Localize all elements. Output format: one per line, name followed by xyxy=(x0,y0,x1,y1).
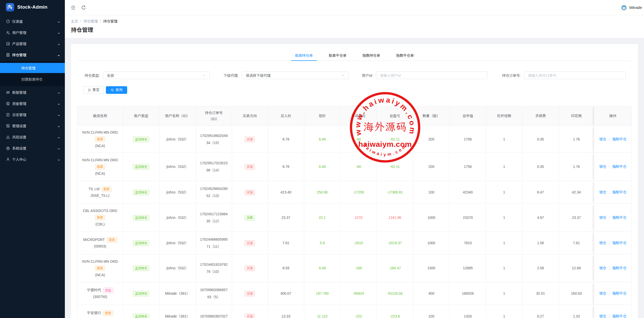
tab-指数平仓单[interactable]: 指数平仓单 xyxy=(392,51,418,61)
force-close-link[interactable]: 强制平仓 xyxy=(612,314,627,318)
cell-direction: 买跌 xyxy=(232,204,268,232)
cell-float-pl: -60 xyxy=(340,153,377,181)
cell-actions: 锁仓|强制平仓 xyxy=(594,153,632,181)
cell-name: TIL Ltd股票(NSE_TILL) xyxy=(77,181,123,204)
cell-float-pl: -80924 xyxy=(340,282,377,305)
lock-position-link[interactable]: 锁仓 xyxy=(599,241,606,245)
sidebar-item-products[interactable]: 产品管理 xyxy=(0,39,65,49)
cell-qty: 100 xyxy=(413,305,450,318)
agent-select[interactable]: 请选择下级代理 xyxy=(242,72,349,79)
cell-qty: 200 xyxy=(413,153,450,181)
order-no-input[interactable]: 请输入持仓订单号 xyxy=(524,72,626,79)
lock-position-link[interactable]: 锁仓 xyxy=(599,190,606,194)
cell-buy-price: 13.33 xyxy=(268,305,304,318)
table-row: 平安银行股票(000001) 正式持仓 Mitrade（391） 1670996… xyxy=(77,305,632,318)
submenu: 持仓管理创建股票持仓 xyxy=(0,61,65,86)
cell-account-type: 正式持仓 xyxy=(123,282,159,305)
cell-total-pl: -2019.37 xyxy=(377,232,413,254)
force-close-link[interactable]: 强制平仓 xyxy=(612,137,627,141)
reset-button[interactable]: 重置 xyxy=(83,86,104,94)
tag-green: 买跌 xyxy=(245,215,255,221)
cell-order-no: 1702951860204934（15） xyxy=(196,126,232,153)
chevron-down-icon xyxy=(58,102,60,105)
breadcrumb-item[interactable]: 主页 xyxy=(71,19,78,24)
cell-current-price: 197.760 xyxy=(304,282,340,305)
action-separator: | xyxy=(609,241,610,245)
lock-position-link[interactable]: 锁仓 xyxy=(599,266,606,270)
cell-qty: 200 xyxy=(413,126,450,153)
action-separator: | xyxy=(609,266,610,270)
force-close-link[interactable]: 强制平仓 xyxy=(612,291,627,295)
sidebar-item-profile[interactable]: 个人中心 xyxy=(0,154,65,164)
user-avatar xyxy=(621,5,627,11)
sidebar-item-system[interactable]: 系统设置 xyxy=(0,143,65,153)
sidebar-subitem-active[interactable]: 持仓管理 xyxy=(0,63,65,73)
sidebar-item-positions[interactable]: 持仓管理 xyxy=(0,50,65,60)
force-close-link[interactable]: 强制平仓 xyxy=(612,216,627,220)
breadcrumb: 主页/持仓管理/持仓管理 xyxy=(71,19,638,24)
lock-position-link[interactable]: 锁仓 xyxy=(599,216,606,220)
cell-user: jishns（532） xyxy=(159,181,196,204)
position-type-select[interactable]: 全部 xyxy=(103,72,210,79)
query-button[interactable]: 查询 xyxy=(106,86,127,94)
position-type-value: 全部 xyxy=(107,73,114,78)
stock-code: (00853) xyxy=(80,243,120,250)
cell-qty: 1000 xyxy=(413,232,450,254)
tag-green: 正式持仓 xyxy=(133,314,149,318)
sidebar-subitem[interactable]: 创建股票持仓 xyxy=(0,74,65,84)
force-close-link[interactable]: 强制平仓 xyxy=(612,241,627,245)
user-id-placeholder: 请输入用户Id xyxy=(380,73,401,78)
cell-actions: 锁仓|强制平仓 xyxy=(594,126,632,153)
tag-green: 正式持仓 xyxy=(133,190,149,195)
stock-name: NVN CLFRN MN ORD xyxy=(80,258,120,265)
refresh-icon[interactable] xyxy=(81,5,86,10)
cell-user: jishns（532） xyxy=(159,126,196,153)
cell-qty: 100 xyxy=(413,181,450,204)
tab-股票持仓单[interactable]: 股票持仓单 xyxy=(291,51,317,61)
sidebar-item-dashboard[interactable]: 仪表盘 xyxy=(0,16,65,26)
tag-warning: 股票 xyxy=(103,310,113,316)
username: Mitrade xyxy=(629,5,642,10)
chevron-down-icon xyxy=(58,91,60,94)
sidebar-item-admin-settings[interactable]: 管理设置 xyxy=(0,121,65,131)
ipo-icon xyxy=(6,91,10,94)
table-row: CBL ASSOCITS ORD股票(CBL) 正式持仓 jishns（532）… xyxy=(77,204,632,232)
sidebar-item-logs[interactable]: 日志管理 xyxy=(0,110,65,120)
user-id-input[interactable]: 请输入用户Id xyxy=(376,72,487,79)
lock-position-link[interactable]: 锁仓 xyxy=(599,314,606,318)
tab-股票平仓单[interactable]: 股票平仓单 xyxy=(325,51,351,61)
force-close-link[interactable]: 强制平仓 xyxy=(612,190,627,194)
sidebar-item-funds[interactable]: 资金管理 xyxy=(0,98,65,109)
force-close-link[interactable]: 强制平仓 xyxy=(612,266,627,270)
cell-actions: 锁仓|强制平仓 xyxy=(594,232,632,254)
stock-name: 平安银行 xyxy=(87,311,101,315)
breadcrumb-item[interactable]: 持仓管理 xyxy=(84,19,98,24)
tag-warning: 股票 xyxy=(107,237,117,243)
force-close-link[interactable]: 强制平仓 xyxy=(612,165,627,169)
cell-user: jishns（532） xyxy=(159,204,196,232)
action-separator: | xyxy=(609,137,610,141)
sidebar-item-risk[interactable]: 风控设置 xyxy=(0,132,65,142)
tab-指数持仓单[interactable]: 指数持仓单 xyxy=(358,51,384,61)
cell-current-price: 22.1 xyxy=(304,204,340,232)
cell-market-value: 1333 xyxy=(450,305,486,318)
lock-position-link[interactable]: 锁仓 xyxy=(599,165,606,169)
lock-position-link[interactable]: 锁仓 xyxy=(599,291,606,295)
menu-fold-icon[interactable] xyxy=(71,5,76,10)
cell-stamp-tax: 12.89 xyxy=(559,254,594,282)
cell-name: MICROPORT股票(00853) xyxy=(77,232,123,254)
cell-order-no: 1670996336685783（5） xyxy=(196,282,232,305)
cell-leverage: 1 xyxy=(486,282,522,305)
logo[interactable]: Stock-Admin xyxy=(0,0,65,14)
user-menu[interactable]: Mitrade xyxy=(621,0,642,15)
stock-name: TIL Ltd xyxy=(88,187,99,191)
cell-user: Mitrade（391） xyxy=(159,282,196,305)
sidebar-item-users[interactable]: 用户管理 xyxy=(0,27,65,38)
sidebar-item-ipo[interactable]: 新股管理 xyxy=(0,87,65,97)
action-separator: | xyxy=(609,291,610,295)
lock-position-link[interactable]: 锁仓 xyxy=(599,137,606,141)
breadcrumb-separator: / xyxy=(80,19,81,23)
cell-name: NVN CLFRN MN ORD股票(NCA) xyxy=(77,153,123,181)
user-id-label: 用户Id: xyxy=(360,73,373,78)
cell-account-type: 正式持仓 xyxy=(123,232,159,254)
